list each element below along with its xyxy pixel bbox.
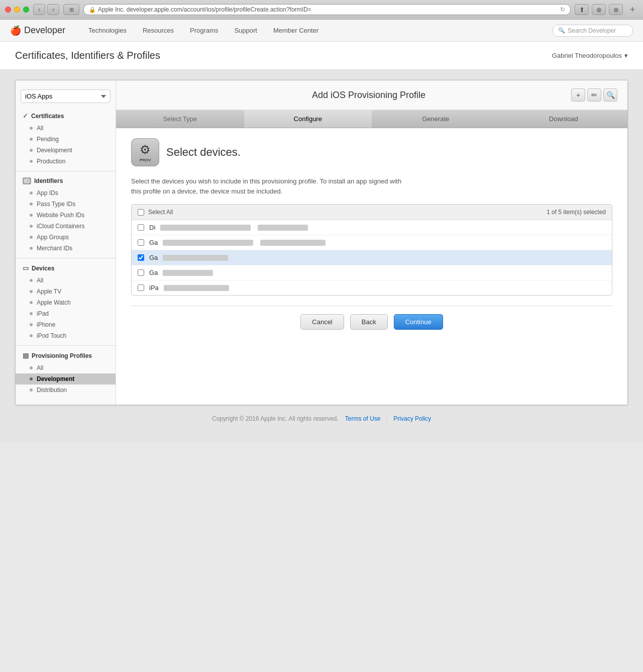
extensions-button[interactable]: ⊕	[609, 4, 623, 15]
step-generate: Generate	[372, 110, 500, 128]
browser-nav: ‹ ›	[33, 4, 59, 15]
bullet-icon	[30, 214, 33, 217]
developer-text: Developer	[24, 25, 65, 36]
sidebar: iOS Apps ✓ Certificates All Pending	[16, 80, 116, 405]
bullet-icon	[30, 236, 33, 239]
edit-profile-button[interactable]: ✏	[587, 88, 601, 102]
new-tab-button[interactable]: +	[627, 4, 638, 15]
device-checkbox-1[interactable]	[138, 224, 144, 231]
step-download-label: Download	[549, 115, 578, 123]
app-type-dropdown[interactable]: iOS Apps	[21, 89, 111, 103]
search-bar[interactable]: 🔍 Search Developer	[553, 25, 633, 37]
sidebar-item-profiles-distribution[interactable]: Distribution	[16, 385, 116, 396]
url-text: Apple Inc. developer.apple.com/account/i…	[98, 6, 311, 13]
step-select-type-label: Select Type	[163, 115, 197, 123]
sidebar-item-pass-type-ids[interactable]: Pass Type IDs	[16, 199, 116, 210]
item-label: Merchant IDs	[37, 245, 72, 252]
sidebar-item-profiles-all[interactable]: All	[16, 362, 116, 373]
sidebar-item-iphone[interactable]: iPhone	[16, 319, 116, 330]
browser-actions: ⬆ ⊕ ⊕	[575, 4, 623, 15]
url-bar[interactable]: 🔒 Apple Inc. developer.apple.com/account…	[83, 4, 571, 15]
url-company: Apple Inc.	[98, 6, 125, 13]
maximize-window-button[interactable]	[23, 7, 29, 13]
nav-member-center[interactable]: Member Center	[265, 20, 327, 42]
item-label: Production	[37, 158, 65, 165]
cancel-button[interactable]: Cancel	[300, 314, 344, 330]
button-row: Cancel Back Continue	[131, 306, 612, 338]
content-title: Add iOS Provisioning Profile	[166, 90, 571, 101]
table-row: iPa	[132, 280, 612, 295]
form-description: Select the devices you wish to include i…	[131, 176, 612, 196]
bullet-icon	[30, 191, 33, 195]
sidebar-item-certs-all[interactable]: All	[16, 123, 116, 134]
nav-support[interactable]: Support	[226, 20, 265, 42]
search-profile-button[interactable]: 🔍	[603, 88, 617, 102]
sidebar-item-certs-production[interactable]: Production	[16, 156, 116, 167]
device-checkbox-2[interactable]	[138, 239, 144, 246]
nav-resources[interactable]: Resources	[135, 20, 182, 42]
table-row: Ga	[132, 235, 612, 250]
page-footer: Copyright © 2016 Apple Inc. All rights r…	[15, 405, 628, 432]
search-placeholder: Search Developer	[568, 27, 616, 34]
bullet-icon	[30, 160, 33, 163]
page-outer: iOS Apps ✓ Certificates All Pending	[0, 70, 643, 442]
device-name-prefix-2: Ga	[149, 239, 158, 246]
reload-icon[interactable]: ↻	[560, 6, 565, 13]
provisioning-icon: ▤	[23, 352, 29, 359]
apple-nav: 🍎 Developer Technologies Resources Progr…	[0, 20, 643, 42]
selection-count: 1 of 5 item(s) selected	[547, 209, 606, 216]
identifiers-header: ID Identifiers	[16, 174, 116, 187]
sidebar-item-ipad[interactable]: iPad	[16, 308, 116, 319]
item-label: Distribution	[37, 387, 67, 394]
sidebar-item-app-groups[interactable]: App Groups	[16, 232, 116, 243]
continue-button[interactable]: Continue	[394, 314, 443, 330]
share-button[interactable]: ⬆	[575, 4, 589, 15]
sidebar-item-devices-all[interactable]: All	[16, 275, 116, 286]
sidebar-item-certs-pending[interactable]: Pending	[16, 134, 116, 145]
add-profile-button[interactable]: +	[571, 88, 585, 102]
select-all-checkbox[interactable]	[138, 209, 144, 216]
sidebar-item-apple-watch[interactable]: Apple Watch	[16, 297, 116, 308]
device-name-prefix-1: Di	[149, 224, 155, 231]
device-name-prefix-4: Ga	[149, 269, 158, 276]
minimize-window-button[interactable]	[14, 7, 20, 13]
user-dropdown[interactable]: Gabriel Theodoropoulos ▾	[552, 52, 628, 59]
content-header: Add iOS Provisioning Profile + ✏ 🔍	[116, 80, 627, 110]
form-section-header: ⚙ PROV Select devices.	[131, 138, 612, 166]
devices-label: Devices	[32, 265, 54, 272]
nav-links: Technologies Resources Programs Support …	[80, 20, 553, 42]
forward-button[interactable]: ›	[47, 4, 59, 15]
privacy-policy-link[interactable]: Privacy Policy	[393, 415, 431, 422]
back-button[interactable]: ‹	[33, 4, 45, 15]
nav-programs[interactable]: Programs	[182, 20, 226, 42]
sidebar-item-apple-tv[interactable]: Apple TV	[16, 286, 116, 297]
sidebar-item-ipod-touch[interactable]: iPod Touch	[16, 330, 116, 341]
back-button[interactable]: Back	[350, 314, 388, 330]
sidebar-item-certs-development[interactable]: Development	[16, 145, 116, 156]
sidebar-item-app-ids[interactable]: App IDs	[16, 187, 116, 199]
device-checkbox-5[interactable]	[138, 284, 144, 291]
sidebar-item-merchant-ids[interactable]: Merchant IDs	[16, 243, 116, 254]
tab-view-button[interactable]: ⊞	[63, 4, 79, 15]
device-name-blur-5	[164, 285, 229, 291]
sidebar-item-profiles-development[interactable]: Development	[16, 373, 116, 385]
content-area: Add iOS Provisioning Profile + ✏ 🔍 Selec…	[116, 80, 627, 405]
sidebar-item-website-push-ids[interactable]: Website Push IDs	[16, 210, 116, 221]
window-controls	[5, 7, 29, 13]
sidebar-item-icloud-containers[interactable]: iCloud Containers	[16, 221, 116, 232]
bullet-icon	[30, 225, 33, 228]
device-checkbox-3[interactable]	[138, 254, 144, 261]
bullet-icon	[30, 279, 33, 282]
bullet-icon	[30, 290, 33, 293]
main-card: iOS Apps ✓ Certificates All Pending	[15, 80, 628, 405]
device-id-blur-1	[258, 225, 308, 231]
device-checkbox-4[interactable]	[138, 269, 144, 276]
step-configure: Configure	[244, 110, 372, 128]
main-layout: iOS Apps ✓ Certificates All Pending	[16, 80, 627, 405]
nav-technologies[interactable]: Technologies	[80, 20, 135, 42]
bullet-icon	[30, 334, 33, 337]
close-window-button[interactable]	[5, 7, 11, 13]
terms-of-use-link[interactable]: Terms of Use	[345, 415, 381, 422]
sidebar-section-provisioning: ▤ Provisioning Profiles All Development …	[16, 349, 116, 396]
bookmark-button[interactable]: ⊕	[592, 4, 606, 15]
